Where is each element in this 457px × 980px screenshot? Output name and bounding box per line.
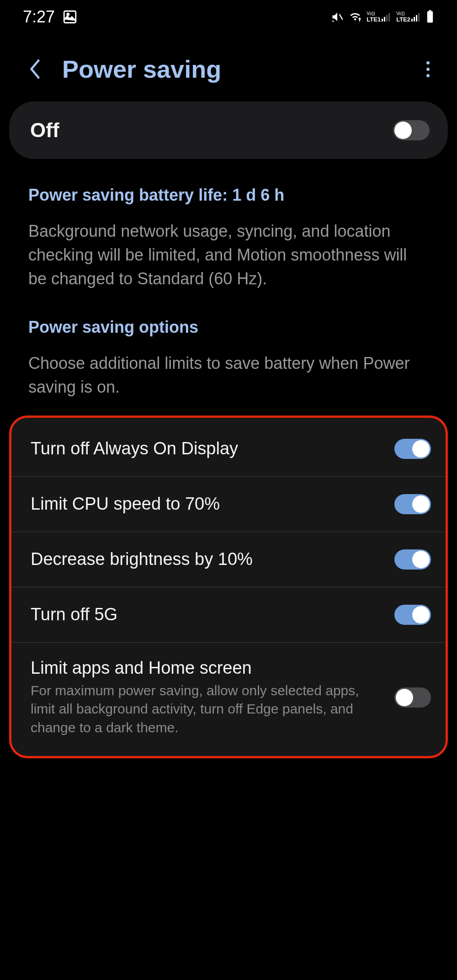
more-options-button[interactable] [417, 57, 439, 82]
svg-rect-5 [384, 17, 385, 21]
svg-rect-8 [411, 19, 413, 21]
option-label: Limit CPU speed to 70% [31, 494, 385, 514]
battery-life-title: Power saving battery life: 1 d 6 h [28, 186, 429, 205]
5g-toggle[interactable] [394, 605, 431, 625]
option-cpu-limit[interactable]: Limit CPU speed to 70% [11, 477, 446, 532]
picture-icon [62, 9, 78, 25]
option-always-on-display[interactable]: Turn off Always On Display [11, 421, 446, 477]
battery-life-desc: Background network usage, syncing, and l… [28, 219, 429, 291]
status-bar: 7:27 Vo)) [0, 0, 457, 32]
back-button[interactable] [27, 58, 44, 80]
vibrate-mute-icon [331, 11, 344, 23]
option-label: Decrease brightness by 10% [31, 549, 385, 569]
always-on-display-toggle[interactable] [394, 439, 431, 459]
power-saving-master-toggle[interactable] [393, 120, 430, 140]
svg-point-1 [67, 13, 69, 15]
option-label: Turn off Always On Display [31, 439, 385, 458]
page-title: Power saving [62, 55, 221, 83]
status-left: 7:27 [23, 7, 78, 27]
option-label: Limit apps and Home screen [31, 658, 385, 678]
power-saving-master-toggle-row[interactable]: Off [9, 101, 448, 159]
status-time: 7:27 [23, 7, 55, 27]
option-sublabel: For maximum power saving, allow only sel… [31, 682, 385, 737]
battery-life-section: Power saving battery life: 1 d 6 h Backg… [0, 186, 457, 291]
options-desc: Choose additional limits to save battery… [28, 352, 429, 399]
lte1-signal-icon: Vo)) LTE1 [367, 11, 392, 22]
svg-rect-9 [414, 17, 415, 21]
svg-rect-12 [429, 10, 431, 11]
option-label: Turn off 5G [31, 605, 385, 624]
power-saving-state-label: Off [30, 119, 59, 142]
cpu-limit-toggle[interactable] [394, 494, 431, 514]
status-right: Vo)) LTE1 Vo)) LTE2 [331, 10, 434, 24]
svg-rect-10 [416, 15, 417, 21]
svg-line-2 [340, 14, 343, 20]
limit-apps-toggle[interactable] [394, 687, 431, 708]
svg-rect-11 [418, 13, 420, 21]
svg-rect-6 [386, 15, 388, 21]
options-section-header: Power saving options Choose additional l… [0, 318, 457, 399]
svg-rect-13 [427, 11, 433, 23]
header: Power saving [0, 32, 457, 101]
svg-rect-4 [382, 19, 383, 21]
brightness-toggle[interactable] [394, 549, 431, 570]
options-title: Power saving options [28, 318, 429, 337]
option-5g[interactable]: Turn off 5G [11, 587, 446, 643]
svg-rect-7 [388, 13, 390, 21]
options-card: Turn off Always On Display Limit CPU spe… [9, 415, 448, 759]
battery-icon [426, 10, 434, 24]
option-limit-apps[interactable]: Limit apps and Home screen For maximum p… [11, 643, 446, 753]
option-brightness[interactable]: Decrease brightness by 10% [11, 532, 446, 587]
lte2-signal-icon: Vo)) LTE2 [396, 11, 421, 22]
header-left: Power saving [27, 55, 221, 83]
wifi-icon [348, 10, 362, 24]
